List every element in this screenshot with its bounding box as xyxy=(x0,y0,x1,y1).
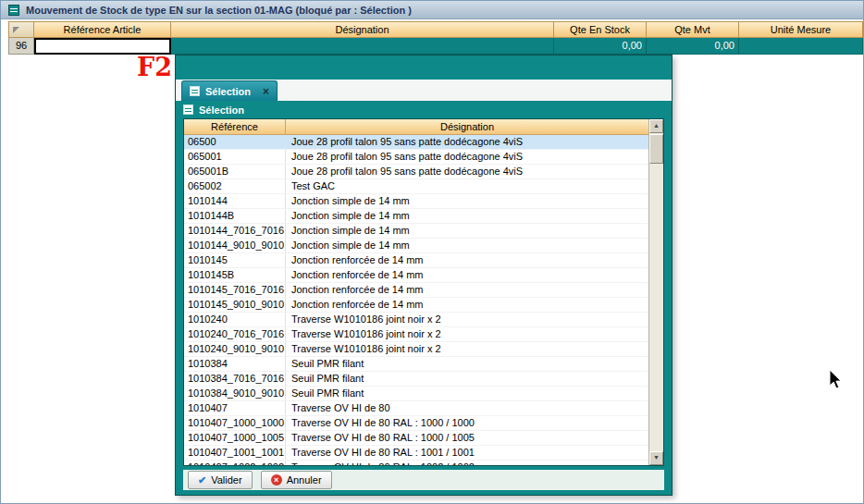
list-item-reference[interactable]: 1010407 xyxy=(184,401,286,415)
list-item[interactable]: 1010240Traverse W1010186 joint noir x 2 xyxy=(184,313,648,327)
f2-annotation: F2 xyxy=(137,53,172,81)
list-item[interactable]: 1010145_7016_7016Jonction renforcée de 1… xyxy=(184,283,648,298)
list-item-designation[interactable]: Joue 28 profil talon 95 sans patte dodéc… xyxy=(286,135,648,149)
list-item[interactable]: 1010145_9010_9010Jonction renforcée de 1… xyxy=(184,298,648,313)
list-item-reference[interactable]: 1010144_9010_9010 xyxy=(184,239,286,252)
button-bar: ✔ Valider × Annuler xyxy=(183,470,664,490)
list-item-designation[interactable]: Jonction renforcée de 14 mm xyxy=(286,253,648,267)
list-item[interactable]: 1010145Jonction renforcée de 14 mm xyxy=(184,253,648,268)
selection-list: Référence Désignation 06500Joue 28 profi… xyxy=(183,118,664,466)
list-item-reference[interactable]: 1010407_1000_1005 xyxy=(184,431,286,445)
list-item-designation[interactable]: Traverse W1010186 joint noir x 2 xyxy=(286,313,648,326)
list-item-reference[interactable]: 1010407_1001_1001 xyxy=(184,446,286,460)
list-item-reference[interactable]: 1010145B xyxy=(184,268,286,282)
list-item-designation[interactable]: Joue 28 profil talon 95 sans patte dodéc… xyxy=(286,150,648,164)
list-item-reference[interactable]: 065001 xyxy=(184,150,286,164)
list-item-reference[interactable]: 1010145 xyxy=(184,253,286,267)
list-column-reference[interactable]: Référence xyxy=(184,119,286,135)
list-item-reference[interactable]: 1010240 xyxy=(184,313,286,326)
list-item-designation[interactable]: Jonction renforcée de 14 mm xyxy=(286,268,648,282)
list-item[interactable]: 1010384_9010_9010Seuil PMR filant xyxy=(184,387,648,401)
app-window: Mouvement de Stock de type EN sur la sec… xyxy=(0,0,864,504)
scroll-down-icon[interactable]: ▼ xyxy=(649,451,663,465)
list-item-designation[interactable]: Jonction renforcée de 14 mm xyxy=(286,283,648,297)
list-item-designation[interactable]: Joue 28 profil talon 95 sans patte dodéc… xyxy=(286,165,648,178)
list-item[interactable]: 065001BJoue 28 profil talon 95 sans patt… xyxy=(184,165,648,179)
list-item-designation[interactable]: Jonction renforcée de 14 mm xyxy=(286,298,648,312)
title-bar: Mouvement de Stock de type EN sur la sec… xyxy=(1,1,863,19)
list-item[interactable]: 1010144Jonction simple de 14 mm xyxy=(184,194,648,209)
popup-top-band xyxy=(176,55,672,80)
list-item-reference[interactable]: 1010144B xyxy=(184,209,286,223)
list-item[interactable]: 1010407Traverse OV HI de 80 xyxy=(184,401,648,416)
list-column-designation[interactable]: Désignation xyxy=(286,119,648,135)
list-item[interactable]: 1010144_7016_7016Jonction simple de 14 m… xyxy=(184,224,648,239)
list-item-reference[interactable]: 1010145_9010_9010 xyxy=(184,298,286,312)
tab-selection[interactable]: Sélection × xyxy=(181,80,278,101)
list-item-reference[interactable]: 1010407_1002_1002 xyxy=(184,461,286,465)
section-header: Sélection xyxy=(176,101,672,118)
scroll-up-icon[interactable]: ▲ xyxy=(649,119,663,133)
list-item-reference[interactable]: 1010384_9010_9010 xyxy=(184,387,286,400)
list-item[interactable]: 1010240_7016_7016Traverse W1010186 joint… xyxy=(184,327,648,342)
list-item-reference[interactable]: 065002 xyxy=(184,179,286,193)
column-header-qte-mvt[interactable]: Qte Mvt xyxy=(647,21,739,38)
annuler-button[interactable]: × Annuler xyxy=(261,471,332,489)
list-item-designation[interactable]: Seuil PMR filant xyxy=(286,357,648,371)
table-icon xyxy=(190,86,200,96)
valider-button[interactable]: ✔ Valider xyxy=(188,471,253,489)
column-header-unite-mesure[interactable]: Unité Mesure xyxy=(739,21,863,38)
list-item-reference[interactable]: 1010240_7016_7016 xyxy=(184,327,286,341)
list-item-designation[interactable]: Traverse W1010186 joint noir x 2 xyxy=(286,342,648,356)
list-item[interactable]: 1010407_1000_1005Traverse OV HI de 80 RA… xyxy=(184,431,648,446)
qte-mvt-cell[interactable]: 0,00 xyxy=(647,38,739,55)
list-item[interactable]: 1010407_1000_1000Traverse OV HI de 80 RA… xyxy=(184,416,648,431)
list-item-designation[interactable]: Traverse OV HI de 80 RAL : 1000 / 1005 xyxy=(286,431,648,445)
list-item-reference[interactable]: 1010144_7016_7016 xyxy=(184,224,286,238)
list-item-designation[interactable]: Jonction simple de 14 mm xyxy=(286,239,648,252)
row-number-cell[interactable]: 96 xyxy=(8,38,34,55)
list-item-reference[interactable]: 1010145_7016_7016 xyxy=(184,283,286,297)
qte-en-stock-cell[interactable]: 0,00 xyxy=(554,38,647,55)
unite-mesure-cell[interactable] xyxy=(739,38,863,55)
list-item[interactable]: 065002Test GAC xyxy=(184,179,648,194)
list-item[interactable]: 1010407_1002_1002Traverse OV HI de 80 RA… xyxy=(184,461,648,465)
list-item-reference[interactable]: 1010384 xyxy=(184,357,286,371)
list-item[interactable]: 1010144_9010_9010Jonction simple de 14 m… xyxy=(184,239,648,253)
scrollbar-thumb[interactable] xyxy=(649,134,663,164)
list-item[interactable]: 1010144BJonction simple de 14 mm xyxy=(184,209,648,224)
list-item-designation[interactable]: Traverse W1010186 joint noir x 2 xyxy=(286,327,648,341)
column-header-designation[interactable]: Désignation xyxy=(171,21,554,38)
list-item-designation[interactable]: Jonction simple de 14 mm xyxy=(286,209,648,223)
list-item-designation[interactable]: Test GAC xyxy=(286,179,648,193)
list-item-reference[interactable]: 06500 xyxy=(184,135,286,149)
grid-corner-cell[interactable] xyxy=(8,21,34,38)
column-header-qte-en-stock[interactable]: Qte En Stock xyxy=(554,21,647,38)
list-item[interactable]: 1010407_1001_1001Traverse OV HI de 80 RA… xyxy=(184,446,648,461)
list-item[interactable]: 1010384Seuil PMR filant xyxy=(184,357,648,372)
designation-cell[interactable] xyxy=(171,38,554,55)
list-item-designation[interactable]: Traverse OV HI de 80 xyxy=(286,401,648,415)
list-item[interactable]: 1010240_9010_9010Traverse W1010186 joint… xyxy=(184,342,648,357)
column-header-reference-article[interactable]: Référence Article xyxy=(34,21,171,38)
list-item-designation[interactable]: Seuil PMR filant xyxy=(286,387,648,400)
list-item-reference[interactable]: 1010384_7016_7016 xyxy=(184,372,286,386)
window-title: Mouvement de Stock de type EN sur la sec… xyxy=(26,5,412,16)
list-item-reference[interactable]: 065001B xyxy=(184,165,286,178)
vertical-scrollbar[interactable]: ▲ ▼ xyxy=(648,119,663,465)
list-item-reference[interactable]: 1010240_9010_9010 xyxy=(184,342,286,356)
list-item-reference[interactable]: 1010407_1000_1000 xyxy=(184,416,286,430)
list-item[interactable]: 065001Joue 28 profil talon 95 sans patte… xyxy=(184,150,648,165)
list-item[interactable]: 1010145BJonction renforcée de 14 mm xyxy=(184,268,648,283)
list-item-designation[interactable]: Traverse OV HI de 80 RAL : 1002 / 1002 xyxy=(286,461,648,465)
list-item-designation[interactable]: Seuil PMR filant xyxy=(286,372,648,386)
list-item-designation[interactable]: Jonction simple de 14 mm xyxy=(286,194,648,208)
tab-close-icon[interactable]: × xyxy=(263,85,269,98)
list-item-designation[interactable]: Traverse OV HI de 80 RAL : 1001 / 1001 xyxy=(286,446,648,460)
list-item-designation[interactable]: Traverse OV HI de 80 RAL : 1000 / 1000 xyxy=(286,416,648,430)
list-item-reference[interactable]: 1010144 xyxy=(184,194,286,208)
list-item[interactable]: 1010384_7016_7016Seuil PMR filant xyxy=(184,372,648,387)
list-item-designation[interactable]: Jonction simple de 14 mm xyxy=(286,224,648,238)
list-item[interactable]: 06500Joue 28 profil talon 95 sans patte … xyxy=(184,135,648,150)
scrollbar-track[interactable] xyxy=(649,133,663,451)
